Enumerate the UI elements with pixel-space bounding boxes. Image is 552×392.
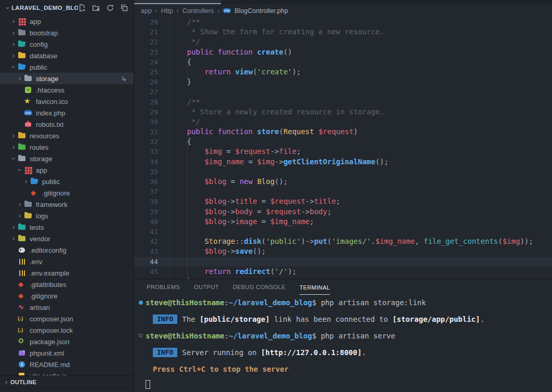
tree-item-env[interactable]: .env <box>0 256 134 267</box>
chevron-right-icon[interactable]: › <box>22 176 30 187</box>
code-line-20[interactable]: 20 /** <box>134 17 552 27</box>
line-number[interactable]: 28 <box>134 97 158 107</box>
tree-item-composer-lock[interactable]: {..}composer.lock <box>0 324 134 336</box>
code-line-43[interactable]: 43 $blog->save(); <box>134 246 552 256</box>
code-line-32[interactable]: 32 { <box>134 137 552 147</box>
line-number[interactable]: 23 <box>134 47 158 57</box>
tree-item-phpunit-xml[interactable]: phpunit.xml <box>0 347 134 359</box>
tree-item-htaccess[interactable]: ‹›.htaccess <box>0 84 134 96</box>
code-area[interactable]: 20 /**21 * Show the form for creating a … <box>134 17 552 279</box>
line-number[interactable]: 29 <box>134 107 158 117</box>
explorer-header[interactable]: › LARAVEL_DEMO_BLOG <box>0 0 134 16</box>
active-tab-remnant[interactable] <box>134 0 221 4</box>
line-number[interactable]: 34 <box>134 157 158 167</box>
code-line-41[interactable]: 41 <box>134 227 552 237</box>
code-line-31[interactable]: 31 public function store(Request $reques… <box>134 127 552 137</box>
code-line-35[interactable]: 35 <box>134 167 552 177</box>
code-line-28[interactable]: 28 /** <box>134 97 552 107</box>
code-line-44[interactable]: 44 <box>134 257 552 267</box>
tree-item-logs[interactable]: ›≡logs <box>0 210 134 221</box>
tree-item-public[interactable]: ›⊕public <box>0 61 134 73</box>
tree-item-gitignore[interactable]: ◆.gitignore <box>0 187 134 199</box>
panel-tab-terminal[interactable]: TERMINAL <box>299 284 330 295</box>
line-number[interactable]: 22 <box>134 37 158 47</box>
line-number[interactable]: 26 <box>134 77 158 87</box>
tree-item-env-example[interactable]: .env.example <box>0 267 134 279</box>
tree-item-config[interactable]: ›⚙config <box>0 38 134 50</box>
chevron-right-icon[interactable]: › <box>9 38 18 50</box>
chevron-down-icon[interactable]: › <box>9 153 18 164</box>
line-number[interactable]: 32 <box>134 137 158 147</box>
panel-tab-output[interactable]: OUTPUT <box>194 284 219 295</box>
chevron-right-icon[interactable]: › <box>9 233 18 244</box>
panel-tab-debug-console[interactable]: DEBUG CONSOLE <box>233 284 285 295</box>
tree-item-app[interactable]: ›app <box>0 164 134 176</box>
code-line-37[interactable]: 37 <box>134 187 552 197</box>
line-number[interactable]: 39 <box>134 207 158 217</box>
new-file-button[interactable] <box>78 4 86 12</box>
outline-section[interactable]: › OUTLINE <box>0 375 134 388</box>
code-line-25[interactable]: 25 return view('create'); <box>134 67 552 77</box>
line-number[interactable]: 25 <box>134 67 158 77</box>
chevron-right-icon[interactable]: › <box>2 389 10 392</box>
chevron-right-icon[interactable]: › <box>2 376 10 388</box>
tree-item-readme-md[interactable]: iREADME.md <box>0 359 134 370</box>
tree-item-vite-config-js[interactable]: vite.config.js <box>0 370 134 375</box>
code-line-36[interactable]: 36 $blog = new Blog(); <box>134 177 552 187</box>
line-number[interactable]: 31 <box>134 127 158 137</box>
breadcrumb-item-http[interactable]: Http <box>161 7 173 15</box>
tree-item-gitignore[interactable]: ◆.gitignore <box>0 290 134 302</box>
chevron-right-icon[interactable]: › <box>9 27 18 38</box>
tree-item-composer-json[interactable]: {..}composer.json <box>0 313 134 324</box>
chevron-down-icon[interactable]: › <box>9 61 18 73</box>
code-line-23[interactable]: 23 public function create() <box>134 47 552 57</box>
panel-tab-problems[interactable]: PROBLEMS <box>147 284 180 295</box>
tree-item-artisan[interactable]: ∿artisan <box>0 302 134 313</box>
chevron-right-icon[interactable]: › <box>9 50 18 61</box>
new-folder-button[interactable] <box>92 4 100 12</box>
chevron-down-icon[interactable]: › <box>4 4 12 11</box>
code-line-24[interactable]: 24 { <box>134 57 552 67</box>
chevron-down-icon[interactable]: › <box>16 164 24 176</box>
chevron-right-icon[interactable]: › <box>16 73 24 84</box>
line-number[interactable]: 36 <box>134 177 158 187</box>
line-number[interactable]: 45 <box>134 267 158 277</box>
line-number[interactable]: 20 <box>134 17 158 27</box>
line-number[interactable]: 38 <box>134 197 158 206</box>
terminal-cursor[interactable] <box>146 380 150 389</box>
tree-item-bootstrap[interactable]: ›bootstrap <box>0 27 134 38</box>
breadcrumb-item-app[interactable]: app <box>141 7 152 15</box>
timeline-section[interactable]: › TIMELINE <box>0 388 134 392</box>
code-line-45[interactable]: 45 return redirect('/'); <box>134 267 552 277</box>
code-line-39[interactable]: 39 $blog->body = $request->body; <box>134 207 552 217</box>
line-number[interactable]: 40 <box>134 217 158 227</box>
chevron-right-icon[interactable]: › <box>9 130 18 141</box>
code-line-34[interactable]: 34 $img_name = $img->getClientOriginalNa… <box>134 157 552 167</box>
code-line-40[interactable]: 40 $blog->image = $img_name; <box>134 217 552 227</box>
code-line-42[interactable]: 42 Storage::disk('public')->put('images/… <box>134 237 552 246</box>
tree-item-package-json[interactable]: package.json <box>0 336 134 347</box>
code-line-30[interactable]: 30 */ <box>134 117 552 127</box>
line-number[interactable]: 21 <box>134 27 158 37</box>
line-number[interactable]: 43 <box>134 246 158 256</box>
code-line-29[interactable]: 29 * Store a newly created resource in s… <box>134 107 552 117</box>
refresh-button[interactable] <box>106 4 114 12</box>
code-line-22[interactable]: 22 */ <box>134 37 552 47</box>
tree-item-editorconfig[interactable]: .editorconfig <box>0 244 134 256</box>
code-line-21[interactable]: 21 * Show the form for creating a new re… <box>134 27 552 37</box>
line-number[interactable]: 27 <box>134 87 158 97</box>
tree-item-storage[interactable]: ›storage↳ <box>0 73 134 84</box>
code-line-33[interactable]: 33 $img = $request->file; <box>134 147 552 156</box>
terminal[interactable]: steve@thisHostname:~/laravel_demo_blog$ … <box>134 295 552 392</box>
tree-item-gitattributes[interactable]: ◆.gitattributes <box>0 279 134 290</box>
line-number[interactable]: 35 <box>134 167 158 177</box>
code-line-27[interactable]: 27 <box>134 87 552 97</box>
line-number[interactable]: 30 <box>134 117 158 127</box>
breadcrumb-item-controllers[interactable]: Controllers <box>182 7 214 15</box>
tree-item-resources[interactable]: ›resources <box>0 130 134 141</box>
tree-item-framework[interactable]: ›framework <box>0 199 134 210</box>
chevron-right-icon[interactable]: › <box>9 141 18 153</box>
line-number[interactable]: 24 <box>134 57 158 67</box>
tree-item-tests[interactable]: ›tests <box>0 221 134 233</box>
line-number[interactable]: 33 <box>134 147 158 156</box>
